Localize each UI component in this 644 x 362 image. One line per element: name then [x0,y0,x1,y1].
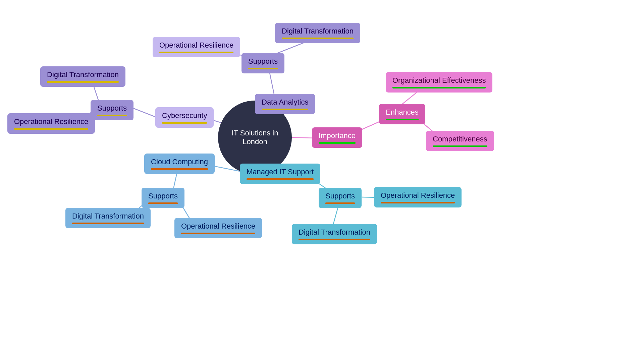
node-digital-transformation-cloud[interactable]: Digital Transformation [65,208,151,228]
node-digital-transformation-top[interactable]: Digital Transformation [275,23,360,43]
node-digital-transformation-managed[interactable]: Digital Transformation [292,224,377,244]
node-organizational-effectiveness[interactable]: Organizational Effectiveness [386,72,492,93]
node-operational-resilience-managed[interactable]: Operational Resilience [374,187,462,207]
node-operational-resilience-top[interactable]: Operational Resilience [153,37,240,57]
node-supports-left[interactable]: Supports [91,100,133,120]
node-data-analytics[interactable]: Data Analytics [255,94,315,114]
node-managed-it-support[interactable]: Managed IT Support [240,164,320,184]
node-cloud-computing[interactable]: Cloud Computing [144,154,215,174]
node-enhances[interactable]: Enhances [379,104,425,124]
node-operational-resilience-left[interactable]: Operational Resilience [7,113,95,134]
node-importance[interactable]: Importance [312,127,362,148]
node-competitiveness[interactable]: Competitiveness [426,131,494,151]
node-digital-transformation-left[interactable]: Digital Transformation [40,66,125,87]
node-supports-cloud[interactable]: Supports [142,188,184,208]
node-supports-purple-top[interactable]: Supports [241,53,284,73]
node-supports-managed[interactable]: Supports [319,188,362,208]
node-operational-resilience-cloud[interactable]: Operational Resilience [174,218,262,238]
node-cybersecurity[interactable]: Cybersecurity [155,107,214,128]
